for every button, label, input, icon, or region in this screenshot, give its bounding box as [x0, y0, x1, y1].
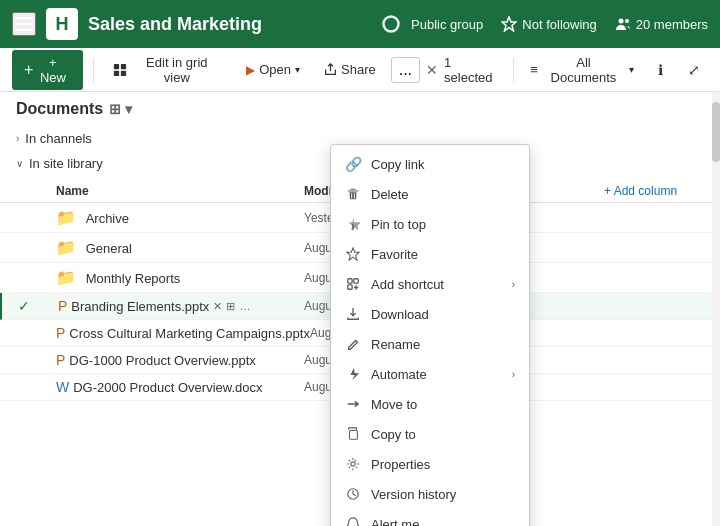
in-site-library-label: In site library	[29, 156, 103, 171]
add-column-btn[interactable]: + Add column	[604, 184, 704, 198]
scrollbar-thumb[interactable]	[712, 102, 720, 162]
menu-item-alert-me[interactable]: Alert me	[331, 509, 529, 526]
edit-grid-button[interactable]: Edit in grid view	[104, 50, 231, 90]
file-name-cell: W DG-2000 Product Overview.docx	[56, 379, 304, 395]
file-action-btn2[interactable]: …	[239, 300, 250, 312]
add-shortcut-arrow-icon: ›	[512, 279, 515, 290]
hamburger-line	[15, 23, 33, 25]
header-actions: Public group Not following 20 members	[411, 16, 708, 32]
public-group-label: Public group	[411, 17, 483, 32]
delete-icon	[345, 186, 361, 202]
content-area: Documents ⊞ ▾ › In channels ∨ In site li…	[0, 92, 720, 526]
menu-item-properties[interactable]: Properties	[331, 449, 529, 479]
selected-count: 1 selected	[444, 55, 503, 85]
share-icon	[324, 63, 337, 76]
menu-item-favorite[interactable]: Favorite	[331, 239, 529, 269]
file-name: DG-1000 Product Overview.pptx	[69, 353, 255, 368]
all-documents-button[interactable]: ≡ All Documents ▾	[524, 51, 640, 89]
public-group-action[interactable]: Public group	[411, 17, 483, 32]
members-action[interactable]: 20 members	[615, 16, 708, 32]
folder-icon: 📁	[56, 239, 76, 256]
open-button[interactable]: ▶ Open ▾	[237, 57, 309, 82]
menu-item-copy-to[interactable]: Copy to	[331, 419, 529, 449]
menu-item-copy-link[interactable]: 🔗 Copy link	[331, 149, 529, 179]
copy-link-label: Copy link	[371, 157, 424, 172]
share-button[interactable]: Share	[315, 57, 385, 82]
selected-info: ✕ 1 selected ≡ All Documents ▾ ℹ ⤢	[426, 51, 708, 89]
menu-item-pin[interactable]: Pin to top	[331, 209, 529, 239]
add-column-button[interactable]: + Add column	[604, 184, 677, 198]
file-name: DG-2000 Product Overview.docx	[73, 380, 262, 395]
automate-icon	[345, 366, 361, 382]
documents-title: Documents	[16, 100, 103, 118]
in-channels-chevron-icon: ›	[16, 133, 19, 144]
sound-icon[interactable]	[381, 14, 401, 34]
menu-item-automate[interactable]: Automate ›	[331, 359, 529, 389]
name-column-header[interactable]: Name	[56, 184, 304, 198]
copy-to-icon	[345, 426, 361, 442]
folder-icon: 📁	[56, 269, 76, 286]
svg-rect-6	[121, 70, 126, 75]
svg-rect-4	[121, 63, 126, 68]
file-name: Monthly Reports	[86, 271, 181, 286]
scrollbar-track[interactable]	[712, 92, 720, 526]
pin-label: Pin to top	[371, 217, 426, 232]
download-label: Download	[371, 307, 429, 322]
menu-item-download[interactable]: Download	[331, 299, 529, 329]
context-menu: 🔗 Copy link Delete Pin to top Favorite	[330, 144, 530, 526]
add-column-header	[524, 184, 604, 198]
automate-label: Automate	[371, 367, 427, 382]
site-library-chevron-icon: ∨	[16, 158, 23, 169]
hamburger-line	[15, 17, 33, 19]
new-button[interactable]: + + New	[12, 50, 83, 90]
menu-item-delete[interactable]: Delete	[331, 179, 529, 209]
delete-label: Delete	[371, 187, 409, 202]
docx-icon: W	[56, 379, 69, 395]
version-history-icon	[345, 486, 361, 502]
svg-point-1	[618, 19, 623, 24]
copy-to-label: Copy to	[371, 427, 416, 442]
file-name-cell: 📁 Monthly Reports	[56, 268, 304, 287]
expand-button[interactable]: ⤢	[680, 56, 708, 84]
svg-rect-3	[114, 63, 119, 68]
svg-rect-10	[354, 279, 358, 283]
new-icon: +	[24, 61, 33, 79]
more-button[interactable]: ...	[391, 57, 420, 83]
file-name-cell: P Cross Cultural Marketing Campaigns.ppt…	[56, 325, 310, 341]
svg-rect-11	[348, 285, 352, 289]
pptx-icon: P	[56, 325, 65, 341]
file-name: Cross Cultural Marketing Campaigns.pptx	[69, 326, 310, 341]
info-button[interactable]: ℹ	[646, 56, 674, 84]
grid-icon	[113, 63, 127, 77]
toolbar: + + New Edit in grid view ▶ Open ▾ Share…	[0, 48, 720, 92]
site-title: Sales and Marketing	[88, 14, 371, 35]
close-selection-icon[interactable]: ✕	[426, 62, 438, 78]
move-to-label: Move to	[371, 397, 417, 412]
file-name-cell: 📁 Archive	[56, 208, 304, 227]
file-name: Archive	[86, 211, 129, 226]
documents-header: Documents ⊞ ▾	[0, 92, 720, 122]
menu-item-version-history[interactable]: Version history	[331, 479, 529, 509]
favorite-label: Favorite	[371, 247, 418, 262]
members-label: 20 members	[636, 17, 708, 32]
download-icon	[345, 306, 361, 322]
copy-link-icon: 🔗	[345, 156, 361, 172]
app-header: H Sales and Marketing Public group Not f…	[0, 0, 720, 48]
svg-rect-9	[348, 279, 352, 283]
file-action-btn1[interactable]: ⊞	[226, 300, 235, 313]
toolbar-divider2	[513, 58, 514, 82]
alert-me-label: Alert me	[371, 517, 419, 527]
pin-icon	[345, 216, 361, 232]
pptx-icon: P	[58, 298, 67, 314]
all-docs-chevron: ▾	[629, 64, 634, 75]
delete-file-icon[interactable]: ✕	[213, 300, 222, 313]
menu-item-move-to[interactable]: Move to	[331, 389, 529, 419]
view-options-icon[interactable]: ⊞ ▾	[109, 101, 132, 117]
not-following-action[interactable]: Not following	[501, 16, 596, 32]
menu-item-add-shortcut[interactable]: Add shortcut ›	[331, 269, 529, 299]
not-following-label: Not following	[522, 17, 596, 32]
hamburger-menu[interactable]	[12, 12, 36, 36]
file-name: Branding Elements.pptx	[71, 299, 209, 314]
menu-item-rename[interactable]: Rename	[331, 329, 529, 359]
header-checkbox-col	[16, 184, 56, 198]
